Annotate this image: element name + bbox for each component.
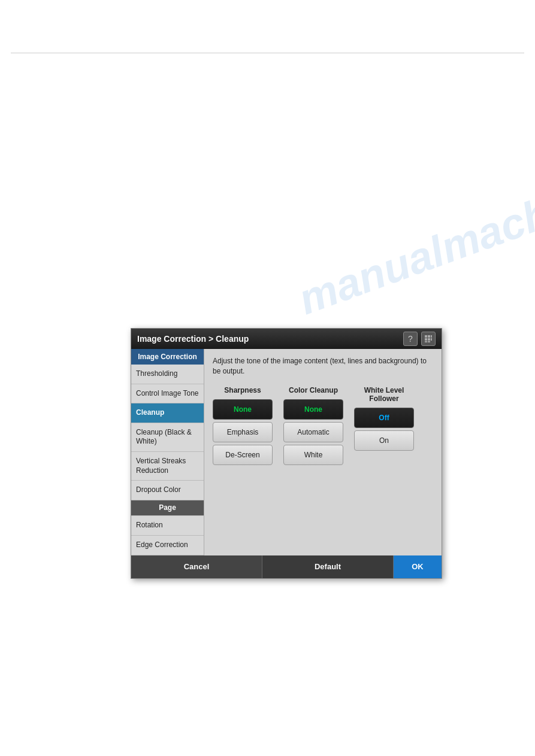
sharpness-descreen-button[interactable]: De-Screen xyxy=(213,445,273,465)
watermark: manualmachine.com xyxy=(292,132,535,324)
wlf-on-button[interactable]: On xyxy=(354,430,414,451)
sidebar-item-cleanup[interactable]: Cleanup xyxy=(131,403,204,423)
svg-rect-2 xyxy=(431,335,432,338)
sharpness-group: Sharpness None Emphasis De-Screen xyxy=(213,386,273,465)
dialog-body: Image Correction Thresholding Control Im… xyxy=(131,349,442,555)
cancel-button[interactable]: Cancel xyxy=(131,555,262,578)
sidebar-item-thresholding[interactable]: Thresholding xyxy=(131,365,204,384)
grid-icon-button[interactable] xyxy=(421,332,436,346)
help-icon-button[interactable]: ? xyxy=(403,332,418,346)
sidebar-item-control-image-tone[interactable]: Control Image Tone xyxy=(131,384,204,404)
main-content: Adjust the tone of the image content (te… xyxy=(204,349,442,555)
white-level-follower-label: White Level Follower xyxy=(364,386,404,403)
color-white-button[interactable]: White xyxy=(283,445,343,465)
color-automatic-button[interactable]: Automatic xyxy=(283,422,343,442)
wlf-buttons: Off On xyxy=(354,408,414,451)
sidebar-section-page: Page xyxy=(131,500,204,517)
color-cleanup-buttons: None Automatic White xyxy=(283,399,343,465)
sidebar-item-edge-correction[interactable]: Edge Correction xyxy=(131,536,204,555)
svg-rect-7 xyxy=(428,341,430,342)
sharpness-none-button[interactable]: None xyxy=(213,399,273,420)
color-none-button[interactable]: None xyxy=(283,399,343,420)
top-divider xyxy=(11,53,524,53)
svg-rect-4 xyxy=(428,338,430,341)
dialog-titlebar: Image Correction > Cleanup ? xyxy=(131,329,442,349)
svg-rect-5 xyxy=(431,338,432,341)
dialog-title: Image Correction > Cleanup xyxy=(137,334,249,344)
color-cleanup-label: Color Cleanup xyxy=(289,386,338,394)
sidebar-item-dropout-color[interactable]: Dropout Color xyxy=(131,481,204,500)
description-text: Adjust the tone of the image content (te… xyxy=(213,356,433,377)
dialog: Image Correction > Cleanup ? Image Co xyxy=(131,328,442,579)
sharpness-emphasis-button[interactable]: Emphasis xyxy=(213,422,273,442)
wlf-off-button[interactable]: Off xyxy=(354,408,414,428)
white-level-follower-group: White Level Follower Off On xyxy=(354,386,414,451)
sidebar: Image Correction Thresholding Control Im… xyxy=(131,349,204,555)
sidebar-item-cleanup-bw[interactable]: Cleanup (Black & White) xyxy=(131,423,204,452)
svg-rect-1 xyxy=(428,335,430,338)
svg-rect-3 xyxy=(425,338,427,341)
sidebar-item-rotation[interactable]: Rotation xyxy=(131,516,204,536)
controls-row: Sharpness None Emphasis De-Screen Color … xyxy=(213,386,433,465)
default-button[interactable]: Default xyxy=(262,555,394,578)
sidebar-header: Image Correction xyxy=(131,349,204,365)
titlebar-icons: ? xyxy=(403,332,436,346)
sidebar-item-vertical-streaks[interactable]: Vertical Streaks Reduction xyxy=(131,452,204,481)
dialog-footer: Cancel Default OK xyxy=(131,555,442,578)
svg-rect-0 xyxy=(425,335,427,338)
ok-button[interactable]: OK xyxy=(394,555,442,578)
svg-rect-6 xyxy=(425,341,427,342)
color-cleanup-group: Color Cleanup None Automatic White xyxy=(283,386,343,465)
sharpness-buttons: None Emphasis De-Screen xyxy=(213,399,273,465)
sharpness-label: Sharpness xyxy=(224,386,261,394)
